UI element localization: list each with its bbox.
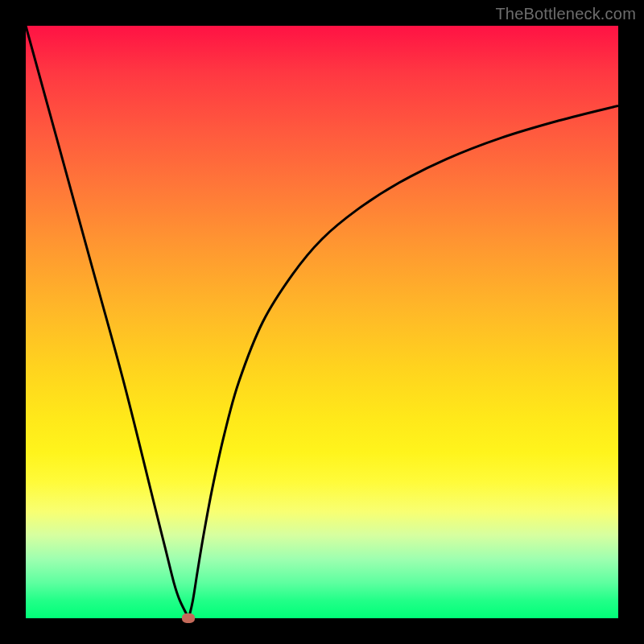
- chart-frame: TheBottleneck.com: [0, 0, 644, 644]
- minimum-marker: [182, 613, 195, 623]
- plot-area: [26, 26, 618, 618]
- watermark-text: TheBottleneck.com: [495, 5, 636, 23]
- bottleneck-curve: [26, 26, 618, 618]
- curve-left-branch: [26, 26, 188, 618]
- curve-right-branch: [188, 105, 618, 618]
